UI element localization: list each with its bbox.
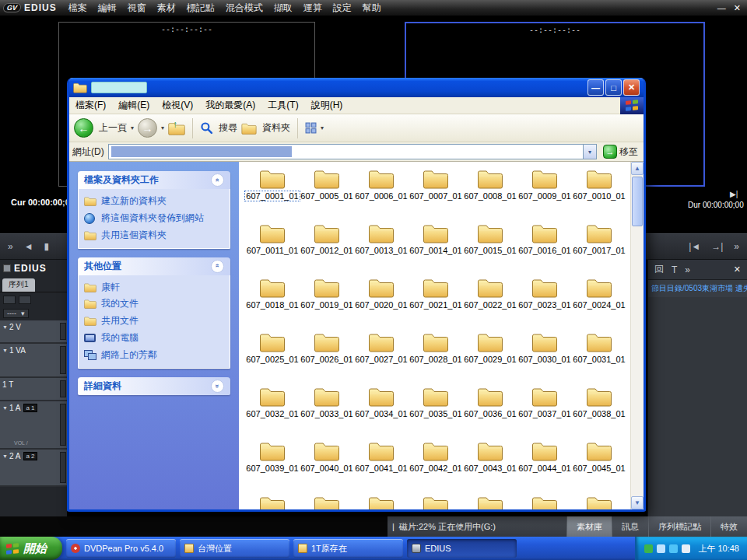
up-button[interactable]: ↑: [168, 121, 185, 135]
tray-antivirus-icon[interactable]: [644, 544, 653, 553]
tray-display-icon[interactable]: [657, 544, 665, 553]
folder-item[interactable]: 607_0044_01: [517, 437, 572, 492]
maximize-button[interactable]: □: [605, 79, 622, 96]
track-header[interactable]: ▼2 V: [0, 320, 67, 344]
folder-item[interactable]: 607_0030_01: [517, 328, 572, 383]
folder-item[interactable]: 607_0023_01: [517, 274, 572, 328]
back-dropdown-icon[interactable]: ▾: [131, 124, 134, 131]
timeline-tool-button[interactable]: [19, 296, 31, 304]
explorer-menu-item[interactable]: 說明(H): [305, 99, 349, 112]
bin-folder-link[interactable]: 節目目錄/0503東湖市場 遺失: [648, 280, 747, 297]
folder-item[interactable]: 607_0032_01: [245, 383, 300, 437]
folders-label[interactable]: 資料夾: [262, 121, 290, 135]
edius-menu-item[interactable]: 運算: [298, 2, 328, 15]
folder-item[interactable]: 607_0040_01: [300, 437, 354, 492]
folder-item[interactable]: 607_0029_01: [463, 328, 517, 383]
play-next-icon[interactable]: ▶|: [730, 190, 738, 198]
edius-menu-item[interactable]: 標記點: [181, 2, 220, 15]
folder-item[interactable]: 607_0005_01: [300, 165, 354, 219]
edius-tab-訊息[interactable]: 訊息: [612, 516, 648, 537]
address-input[interactable]: ▾: [108, 144, 597, 159]
edius-tab-素材庫[interactable]: 素材庫: [566, 516, 612, 537]
folder-item[interactable]: 607_0015_01: [463, 219, 517, 274]
folder-item[interactable]: 607_0018_01: [245, 274, 300, 328]
edius-tab-特效[interactable]: 特效: [710, 516, 747, 537]
prev-edit-icon[interactable]: |◄: [689, 241, 700, 252]
edius-menu-item[interactable]: 視窗: [122, 2, 152, 15]
folder-item[interactable]: [300, 492, 354, 509]
sequence-tab[interactable]: 序列1: [2, 278, 35, 292]
task-pane-link[interactable]: 我的電腦: [84, 333, 224, 344]
scrollbar-thumb[interactable]: [632, 177, 643, 226]
forward-button[interactable]: →: [138, 118, 157, 138]
edius-menu-item[interactable]: 幫助: [357, 2, 387, 15]
search-icon[interactable]: [200, 121, 213, 135]
section-header[interactable]: 檔案及資料夾工作»: [78, 171, 230, 189]
folder-item[interactable]: 607_0024_01: [572, 274, 626, 328]
bin-window-icon[interactable]: 回: [654, 263, 664, 276]
address-dropdown-button[interactable]: ▾: [583, 145, 596, 159]
folder-item[interactable]: 607_0021_01: [409, 274, 463, 328]
folder-item[interactable]: 607_0037_01: [517, 383, 572, 437]
mode-dropdown[interactable]: ---- ▾: [3, 309, 29, 318]
edius-menu-item[interactable]: 擷取: [268, 2, 298, 15]
section-header[interactable]: 其他位置»: [78, 257, 230, 275]
folder-item[interactable]: 607_0022_01: [463, 274, 517, 328]
tray-network-icon[interactable]: [669, 544, 678, 553]
edius-menu-item[interactable]: 素材: [152, 2, 181, 15]
explorer-menu-item[interactable]: 工具(T): [261, 99, 304, 112]
task-pane-link[interactable]: 康軒: [84, 282, 224, 293]
folder-item[interactable]: 607_0017_01: [572, 219, 626, 274]
task-pane-link[interactable]: 網路上的芳鄰: [84, 350, 224, 361]
task-pane-link[interactable]: 建立新的資料夾: [84, 196, 224, 207]
edius-menu-item[interactable]: 混合模式: [220, 2, 268, 15]
folder-item[interactable]: [463, 492, 517, 509]
folder-item[interactable]: 607_0045_01: [572, 437, 626, 492]
folder-item[interactable]: 607_0033_01: [300, 383, 354, 437]
folder-item[interactable]: 607_0006_01: [354, 165, 409, 219]
folder-item[interactable]: 607_0031_01: [572, 328, 626, 383]
explorer-menu-item[interactable]: 檢視(V): [156, 99, 199, 112]
taskbar-button-folder[interactable]: 1T原存在: [293, 539, 403, 558]
explorer-titlebar[interactable]: — □ ✕: [69, 78, 644, 97]
folder-item[interactable]: 607_0011_01: [245, 219, 300, 274]
folder-item[interactable]: 607_0012_01: [300, 219, 354, 274]
task-pane-link[interactable]: 我的文件: [84, 299, 224, 310]
next-edit-icon[interactable]: →|: [711, 241, 723, 252]
track-expand-icon[interactable]: ▼: [2, 348, 8, 353]
explorer-menu-item[interactable]: 編輯(E): [112, 99, 156, 112]
edius-menu-item[interactable]: 編輯: [93, 2, 122, 15]
tray-volume-icon[interactable]: [682, 544, 690, 553]
folder-item[interactable]: [354, 492, 409, 509]
folder-item[interactable]: 607_0026_01: [300, 328, 354, 383]
views-dropdown-icon[interactable]: ▾: [321, 124, 324, 131]
edius-menu-item[interactable]: 設定: [328, 2, 357, 15]
track-header[interactable]: ▼1 Aa 1VOL /: [0, 401, 67, 450]
back-button[interactable]: ←: [74, 118, 93, 138]
folder-item[interactable]: 607_0010_01: [572, 165, 626, 219]
go-button[interactable]: → 移至: [601, 145, 640, 159]
folder-item[interactable]: 607_0027_01: [354, 328, 409, 383]
folder-item[interactable]: 607_0036_01: [463, 383, 517, 437]
folder-item[interactable]: 607_0016_01: [517, 219, 572, 274]
views-icon[interactable]: [305, 122, 317, 134]
folder-item[interactable]: 607_0039_01: [245, 437, 300, 492]
task-pane-link[interactable]: 將這個資料夾發佈到網站: [84, 213, 224, 224]
edius-close-button[interactable]: ✕: [734, 3, 741, 13]
folder-item[interactable]: 607_0034_01: [354, 383, 409, 437]
folder-item[interactable]: [245, 492, 300, 509]
scroll-up-button[interactable]: ▲: [631, 162, 644, 175]
bin-text-icon[interactable]: T: [672, 264, 677, 275]
folder-item[interactable]: 607_0009_01: [517, 165, 572, 219]
minimize-button[interactable]: —: [587, 79, 604, 96]
track-header[interactable]: ▼1 VA: [0, 344, 67, 378]
task-pane-link[interactable]: 共用這個資料夾: [84, 230, 224, 241]
close-button[interactable]: ✕: [623, 79, 640, 96]
track-expand-icon[interactable]: ▼: [2, 453, 8, 459]
chevron-up-icon[interactable]: »: [211, 260, 224, 273]
folder-item[interactable]: 607_0042_01: [409, 437, 463, 492]
folder-item[interactable]: 607_0038_01: [572, 383, 626, 437]
explorer-menu-item[interactable]: 我的最愛(A): [199, 99, 261, 112]
edius-minimize-button[interactable]: —: [717, 3, 726, 13]
folder-item[interactable]: 607_0013_01: [354, 219, 409, 274]
